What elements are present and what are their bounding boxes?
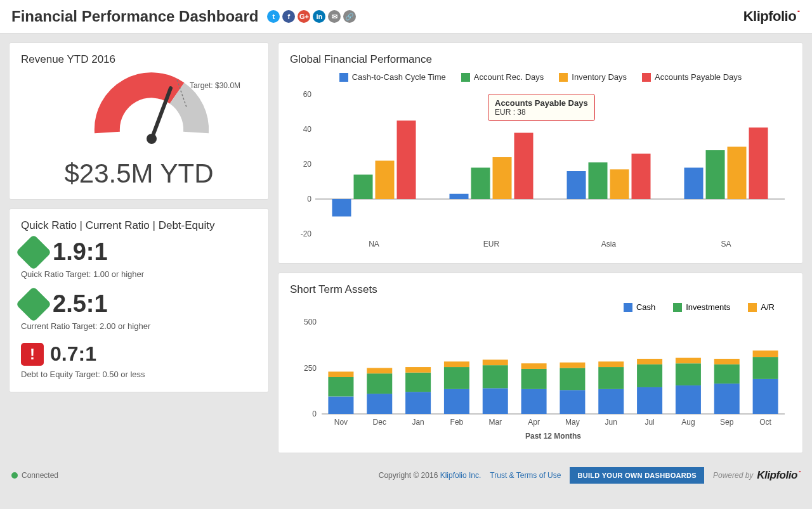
chart-tooltip: Accounts Payable Days EUR : 38 [488, 94, 595, 121]
legend-inventory-days: Inventory Days [572, 72, 627, 82]
svg-rect-47 [444, 361, 469, 367]
svg-text:Jul: Jul [645, 418, 654, 427]
email-icon[interactable]: ✉ [328, 10, 341, 23]
google-plus-icon[interactable]: G+ [298, 10, 310, 23]
svg-text:EUR: EUR [483, 240, 500, 248]
svg-rect-49 [483, 388, 508, 414]
global-performance-card: Global Financial Performance Cash-to-Cas… [278, 42, 803, 264]
svg-text:-20: -20 [301, 229, 312, 238]
svg-rect-26 [728, 147, 747, 200]
twitter-icon[interactable]: t [267, 10, 280, 23]
svg-text:250: 250 [304, 364, 317, 373]
svg-rect-17 [514, 133, 534, 200]
diamond-ok-icon [16, 234, 52, 270]
svg-text:Past 12 Months: Past 12 Months [525, 432, 581, 441]
svg-text:Mar: Mar [488, 418, 502, 427]
svg-rect-54 [521, 369, 547, 389]
svg-rect-25 [706, 150, 725, 199]
tooltip-title: Accounts Payable Days [495, 98, 588, 108]
svg-rect-33 [328, 396, 353, 414]
linkedin-icon[interactable]: in [313, 10, 325, 23]
short-term-legend: Cash Investments A/R [290, 302, 775, 312]
svg-rect-14 [450, 194, 469, 199]
footer: Connected Copyright © 2016 Klipfolio Inc… [0, 462, 812, 493]
svg-rect-66 [637, 364, 662, 387]
debt-equity-block: ! 0.7:1 Debt to Equity Target: 0.50 or l… [21, 342, 257, 379]
company-link[interactable]: Klipfolio Inc. [440, 471, 481, 480]
quick-ratio-target: Quick Ratio Target: 1.00 or higher [21, 269, 257, 279]
svg-text:Jan: Jan [412, 418, 424, 427]
gauge-target-label: Target: $30.0M [190, 81, 240, 90]
logo[interactable]: Klipfolio˙ [743, 8, 801, 25]
diamond-ok-icon [16, 286, 52, 322]
svg-rect-74 [714, 364, 740, 383]
svg-rect-42 [405, 373, 431, 392]
svg-rect-78 [753, 357, 778, 379]
ratios-card-title: Quick Ratio | Current Ratio | Debt-Equit… [21, 219, 257, 232]
legend-cash-cycle: Cash-to-Cash Cycle Time [352, 72, 446, 82]
svg-rect-24 [684, 168, 704, 200]
svg-text:Nov: Nov [334, 418, 348, 427]
current-ratio-block: 2.5:1 Current Ratio Target: 2.00 or high… [21, 290, 257, 331]
svg-rect-41 [405, 392, 431, 414]
svg-rect-71 [676, 358, 701, 364]
svg-text:Oct: Oct [759, 418, 771, 427]
connected-label: Connected [22, 471, 58, 480]
svg-rect-73 [714, 383, 740, 414]
tooltip-body: EUR : 38 [495, 108, 588, 117]
svg-rect-77 [753, 379, 778, 414]
svg-text:SA: SA [721, 240, 731, 248]
svg-rect-63 [598, 361, 624, 367]
current-ratio-value: 2.5:1 [53, 290, 108, 318]
social-share-row: t f G+ in ✉ 🔗 [267, 10, 356, 23]
svg-rect-21 [610, 169, 629, 199]
footer-logo[interactable]: Klipfolio˙ [757, 469, 801, 482]
legend-cash: Cash [636, 302, 655, 312]
revenue-gauge: 0 Target: $30.0M [37, 72, 240, 155]
svg-rect-58 [560, 368, 585, 390]
svg-rect-15 [471, 168, 490, 200]
svg-text:40: 40 [303, 125, 312, 134]
svg-rect-20 [589, 162, 608, 199]
svg-text:May: May [565, 418, 580, 427]
svg-rect-67 [637, 359, 662, 364]
legend-ar: A/R [761, 302, 775, 312]
svg-text:Jun: Jun [605, 418, 617, 427]
alert-icon: ! [21, 343, 44, 366]
quick-ratio-block: 1.9:1 Quick Ratio Target: 1.00 or higher [21, 238, 257, 279]
svg-rect-35 [328, 371, 353, 377]
copyright-text: Copyright © 2016 [379, 471, 438, 480]
link-icon[interactable]: 🔗 [343, 10, 356, 23]
legend-investments: Investments [686, 302, 730, 312]
connected-dot-icon [11, 472, 18, 479]
svg-rect-57 [560, 390, 585, 414]
svg-rect-61 [598, 389, 624, 414]
revenue-value: $23.5M YTD [21, 158, 257, 189]
svg-text:0: 0 [312, 409, 317, 418]
svg-rect-62 [598, 367, 624, 389]
svg-rect-12 [397, 120, 416, 199]
svg-rect-9 [332, 199, 351, 217]
svg-rect-79 [753, 351, 778, 357]
svg-text:20: 20 [303, 160, 312, 169]
svg-rect-37 [367, 394, 392, 414]
svg-rect-70 [676, 363, 701, 385]
svg-rect-65 [637, 387, 662, 414]
svg-rect-55 [521, 363, 547, 369]
facebook-icon[interactable]: f [282, 10, 295, 23]
svg-rect-43 [405, 367, 431, 373]
legend-ap-days: Accounts Payable Days [655, 72, 742, 82]
build-dashboards-button[interactable]: BUILD YOUR OWN DASHBOARDS [570, 467, 704, 484]
quick-ratio-value: 1.9:1 [53, 238, 108, 266]
svg-text:0: 0 [307, 195, 311, 203]
svg-rect-16 [493, 157, 512, 199]
terms-link[interactable]: Trust & Terms of Use [490, 471, 561, 480]
legend-ar-days: Account Rec. Days [474, 72, 544, 82]
revenue-ytd-card: Revenue YTD 2016 0 Target: $30.0M $23.5M… [9, 42, 269, 200]
header: Financial Performance Dashboard t f G+ i… [0, 0, 812, 34]
svg-rect-27 [749, 127, 768, 199]
current-ratio-target: Current Ratio Target: 2.00 or higher [21, 321, 257, 331]
debt-equity-target: Debt to Equity Target: 0.50 or less [21, 370, 257, 379]
svg-rect-50 [483, 365, 508, 388]
svg-rect-22 [632, 154, 651, 200]
